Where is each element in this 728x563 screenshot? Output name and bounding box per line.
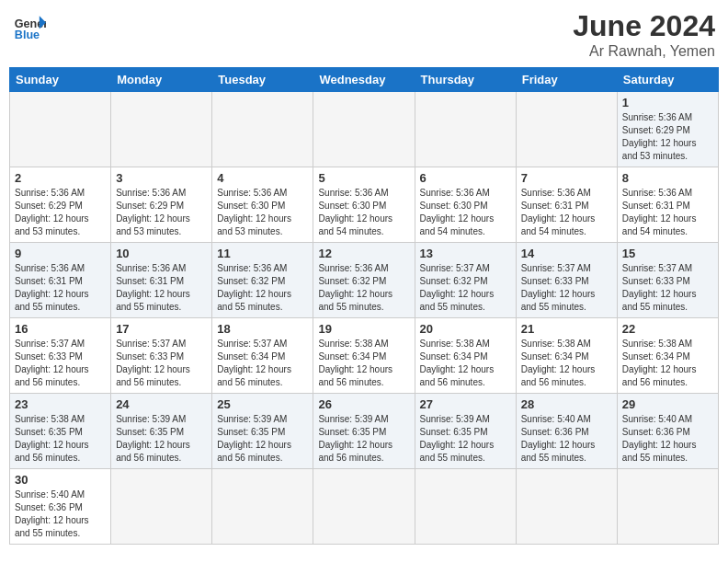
day-number: 21	[521, 322, 612, 336]
day-number: 15	[622, 247, 713, 260]
calendar-cell: 26Sunrise: 5:39 AMSunset: 6:35 PMDayligh…	[313, 394, 415, 469]
calendar-cell: 16Sunrise: 5:37 AMSunset: 6:33 PMDayligh…	[10, 318, 111, 394]
calendar-cell	[111, 92, 212, 167]
day-number: 9	[15, 247, 106, 260]
calendar-week-row: 1Sunrise: 5:36 AMSunset: 6:29 PMDaylight…	[10, 92, 719, 167]
day-info: Sunrise: 5:36 AMSunset: 6:31 PMDaylight:…	[116, 262, 207, 314]
column-header-monday: Monday	[111, 68, 212, 92]
day-info: Sunrise: 5:39 AMSunset: 6:35 PMDaylight:…	[318, 413, 409, 465]
day-number: 10	[116, 247, 207, 260]
calendar-week-row: 2Sunrise: 5:36 AMSunset: 6:29 PMDaylight…	[10, 167, 719, 243]
calendar-cell	[313, 92, 415, 167]
calendar-cell: 19Sunrise: 5:38 AMSunset: 6:34 PMDayligh…	[313, 318, 415, 394]
calendar-cell: 13Sunrise: 5:37 AMSunset: 6:32 PMDayligh…	[415, 243, 516, 318]
calendar-title: June 2024	[573, 9, 715, 43]
day-info: Sunrise: 5:37 AMSunset: 6:34 PMDaylight:…	[217, 338, 308, 389]
calendar-cell	[212, 92, 313, 167]
day-info: Sunrise: 5:38 AMSunset: 6:34 PMDaylight:…	[318, 338, 409, 389]
calendar-cell: 9Sunrise: 5:36 AMSunset: 6:31 PMDaylight…	[10, 243, 111, 318]
calendar-cell: 8Sunrise: 5:36 AMSunset: 6:31 PMDaylight…	[617, 167, 718, 243]
day-info: Sunrise: 5:40 AMSunset: 6:36 PMDaylight:…	[15, 488, 106, 540]
column-header-saturday: Saturday	[617, 68, 718, 92]
day-number: 22	[622, 322, 713, 336]
day-info: Sunrise: 5:36 AMSunset: 6:32 PMDaylight:…	[318, 262, 409, 314]
day-number: 4	[217, 171, 308, 185]
calendar-cell: 1Sunrise: 5:36 AMSunset: 6:29 PMDaylight…	[617, 92, 718, 167]
calendar-cell: 30Sunrise: 5:40 AMSunset: 6:36 PMDayligh…	[10, 469, 111, 545]
day-info: Sunrise: 5:37 AMSunset: 6:33 PMDaylight:…	[116, 338, 207, 389]
calendar-cell: 3Sunrise: 5:36 AMSunset: 6:29 PMDaylight…	[111, 167, 212, 243]
calendar-cell	[415, 92, 516, 167]
calendar-cell	[516, 92, 617, 167]
day-info: Sunrise: 5:36 AMSunset: 6:31 PMDaylight:…	[622, 187, 713, 238]
day-number: 24	[116, 397, 207, 411]
calendar-cell: 18Sunrise: 5:37 AMSunset: 6:34 PMDayligh…	[212, 318, 313, 394]
calendar-cell: 17Sunrise: 5:37 AMSunset: 6:33 PMDayligh…	[111, 318, 212, 394]
day-number: 25	[217, 397, 308, 411]
day-number: 14	[521, 247, 612, 260]
day-info: Sunrise: 5:39 AMSunset: 6:35 PMDaylight:…	[217, 413, 308, 465]
title-area: June 2024 Ar Rawnah, Yemen	[573, 9, 715, 60]
day-info: Sunrise: 5:38 AMSunset: 6:34 PMDaylight:…	[622, 338, 713, 389]
day-number: 17	[116, 322, 207, 336]
page-header: General Blue June 2024 Ar Rawnah, Yemen	[9, 9, 719, 60]
day-info: Sunrise: 5:38 AMSunset: 6:34 PMDaylight:…	[521, 338, 612, 389]
day-number: 8	[622, 171, 713, 185]
day-info: Sunrise: 5:39 AMSunset: 6:35 PMDaylight:…	[116, 413, 207, 465]
day-number: 11	[217, 247, 308, 260]
calendar-week-row: 30Sunrise: 5:40 AMSunset: 6:36 PMDayligh…	[10, 469, 719, 545]
calendar-week-row: 23Sunrise: 5:38 AMSunset: 6:35 PMDayligh…	[10, 394, 719, 469]
column-header-tuesday: Tuesday	[212, 68, 313, 92]
day-number: 29	[622, 397, 713, 411]
day-info: Sunrise: 5:36 AMSunset: 6:31 PMDaylight:…	[15, 262, 106, 314]
day-info: Sunrise: 5:38 AMSunset: 6:35 PMDaylight:…	[15, 413, 106, 465]
calendar-cell	[415, 469, 516, 545]
calendar-cell: 11Sunrise: 5:36 AMSunset: 6:32 PMDayligh…	[212, 243, 313, 318]
day-number: 30	[15, 473, 106, 487]
calendar-table: SundayMondayTuesdayWednesdayThursdayFrid…	[9, 67, 719, 545]
calendar-cell: 27Sunrise: 5:39 AMSunset: 6:35 PMDayligh…	[415, 394, 516, 469]
calendar-subtitle: Ar Rawnah, Yemen	[573, 43, 715, 60]
logo-icon: General Blue	[13, 9, 46, 42]
calendar-cell: 21Sunrise: 5:38 AMSunset: 6:34 PMDayligh…	[516, 318, 617, 394]
day-info: Sunrise: 5:40 AMSunset: 6:36 PMDaylight:…	[622, 413, 713, 465]
calendar-cell: 14Sunrise: 5:37 AMSunset: 6:33 PMDayligh…	[516, 243, 617, 318]
calendar-cell	[313, 469, 415, 545]
day-number: 7	[521, 171, 612, 185]
day-number: 26	[318, 397, 409, 411]
calendar-cell: 2Sunrise: 5:36 AMSunset: 6:29 PMDaylight…	[10, 167, 111, 243]
day-number: 2	[15, 171, 106, 185]
calendar-cell: 7Sunrise: 5:36 AMSunset: 6:31 PMDaylight…	[516, 167, 617, 243]
day-number: 1	[622, 96, 713, 109]
day-info: Sunrise: 5:37 AMSunset: 6:32 PMDaylight:…	[420, 262, 511, 314]
day-info: Sunrise: 5:37 AMSunset: 6:33 PMDaylight:…	[15, 338, 106, 389]
column-header-thursday: Thursday	[415, 68, 516, 92]
day-info: Sunrise: 5:39 AMSunset: 6:35 PMDaylight:…	[420, 413, 511, 465]
calendar-cell: 15Sunrise: 5:37 AMSunset: 6:33 PMDayligh…	[617, 243, 718, 318]
calendar-cell: 12Sunrise: 5:36 AMSunset: 6:32 PMDayligh…	[313, 243, 415, 318]
column-header-sunday: Sunday	[10, 68, 111, 92]
day-number: 18	[217, 322, 308, 336]
day-number: 28	[521, 397, 612, 411]
day-number: 27	[420, 397, 511, 411]
calendar-cell: 6Sunrise: 5:36 AMSunset: 6:30 PMDaylight…	[415, 167, 516, 243]
day-number: 3	[116, 171, 207, 185]
day-number: 16	[15, 322, 106, 336]
column-header-wednesday: Wednesday	[313, 68, 415, 92]
day-info: Sunrise: 5:36 AMSunset: 6:29 PMDaylight:…	[15, 187, 106, 238]
day-info: Sunrise: 5:38 AMSunset: 6:34 PMDaylight:…	[420, 338, 511, 389]
day-info: Sunrise: 5:36 AMSunset: 6:32 PMDaylight:…	[217, 262, 308, 314]
calendar-cell	[516, 469, 617, 545]
calendar-cell: 29Sunrise: 5:40 AMSunset: 6:36 PMDayligh…	[617, 394, 718, 469]
calendar-cell: 10Sunrise: 5:36 AMSunset: 6:31 PMDayligh…	[111, 243, 212, 318]
calendar-header-row: SundayMondayTuesdayWednesdayThursdayFrid…	[10, 68, 719, 92]
calendar-cell: 20Sunrise: 5:38 AMSunset: 6:34 PMDayligh…	[415, 318, 516, 394]
day-number: 20	[420, 322, 511, 336]
calendar-week-row: 9Sunrise: 5:36 AMSunset: 6:31 PMDaylight…	[10, 243, 719, 318]
column-header-friday: Friday	[516, 68, 617, 92]
calendar-cell: 28Sunrise: 5:40 AMSunset: 6:36 PMDayligh…	[516, 394, 617, 469]
calendar-cell: 22Sunrise: 5:38 AMSunset: 6:34 PMDayligh…	[617, 318, 718, 394]
day-info: Sunrise: 5:36 AMSunset: 6:31 PMDaylight:…	[521, 187, 612, 238]
day-number: 23	[15, 397, 106, 411]
calendar-cell: 25Sunrise: 5:39 AMSunset: 6:35 PMDayligh…	[212, 394, 313, 469]
